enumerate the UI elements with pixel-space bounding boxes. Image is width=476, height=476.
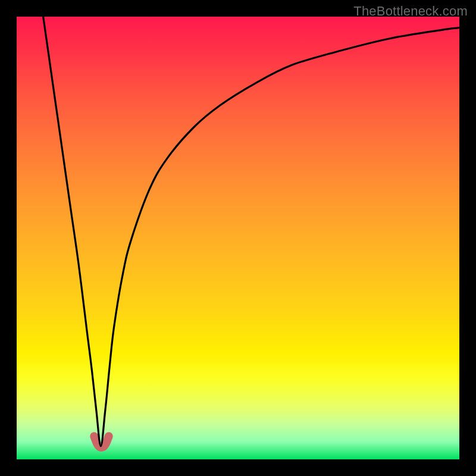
chart-frame: TheBottleneck.com xyxy=(0,0,476,476)
curve-layer xyxy=(17,17,459,459)
bottleneck-curve xyxy=(43,17,459,446)
plot-area xyxy=(17,17,459,459)
